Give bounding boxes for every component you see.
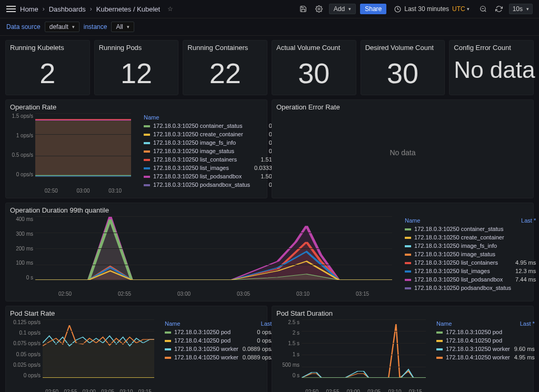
axis-tick: 03:00 [83, 389, 96, 392]
svg-rect-10 [43, 340, 154, 378]
series-color-swatch [436, 340, 443, 342]
panel-title: Operation Rate [10, 103, 263, 111]
axis-tick: 1.5 s [276, 340, 300, 346]
axis-tick: 03:10 [108, 188, 122, 194]
legend-item[interactable]: 172.18.0.3:10250 list_images0.0333 ops/s [142, 164, 290, 172]
legend-col-last[interactable]: Last * [513, 216, 538, 225]
var-label-instance: instance [84, 23, 107, 31]
svg-rect-5 [35, 119, 131, 177]
breadcrumb-dashboards[interactable]: Dashboards [49, 5, 86, 13]
refresh-icon[interactable] [493, 3, 505, 15]
menu-icon[interactable] [6, 5, 16, 13]
legend-item[interactable]: 172.18.0.3:10250 podsandbox_status0 ops/… [142, 180, 290, 189]
legend-item[interactable]: 172.18.0.3:10250 image_fs_info [403, 242, 538, 250]
legend-item[interactable]: 172.18.0.4:10250 worker0.0889 ops/s [163, 353, 278, 361]
chevron-down-icon: ▾ [127, 24, 129, 29]
legend-item[interactable]: 172.18.0.3:10250 container_status [403, 225, 538, 233]
panel-operation-error-rate[interactable]: Operation Error Rate No data [272, 99, 534, 198]
breadcrumb-current[interactable]: Kubernetes / Kubelet [96, 5, 160, 13]
axis-tick: 02:50 [45, 188, 58, 194]
stat-panel[interactable]: Running Pods12 [94, 40, 179, 95]
variable-bar: Data source default▾ instance All▾ [0, 18, 539, 36]
stat-panel[interactable]: Desired Volume Count30 [361, 40, 445, 95]
breadcrumb-home[interactable]: Home [20, 5, 38, 13]
panel-pod-start-duration[interactable]: Pod Start Duration 2.5 s2 s1.5 s1 s500 m… [272, 306, 534, 392]
legend-item[interactable]: 172.18.0.3:10250 pod [434, 328, 537, 336]
series-color-swatch [405, 270, 411, 273]
panel-title: Actual Volume Count [276, 44, 352, 52]
axis-tick: 0.125 ops/s [10, 319, 41, 325]
axis-tick: 03:05 [367, 389, 381, 392]
stat-panel[interactable]: Actual Volume Count30 [272, 40, 356, 95]
stat-panel[interactable]: Running Kubelets2 [5, 40, 90, 95]
add-button[interactable]: Add▾ [329, 4, 356, 14]
star-icon[interactable]: ☆ [167, 5, 173, 13]
panel-title: Running Kubelets [10, 44, 85, 52]
axis-tick: 02:55 [64, 389, 77, 392]
legend-item[interactable]: 172.18.0.4:10250 pod0 ops/s [163, 336, 278, 345]
panel-title: Pod Start Rate [10, 309, 263, 317]
legend-col-last[interactable]: Last * [512, 319, 537, 328]
time-range-picker[interactable]: Last 30 minutes UTC ▾ [391, 3, 473, 15]
share-button[interactable]: Share [360, 4, 386, 14]
legend-col-name[interactable]: Name [434, 319, 512, 328]
legend-item[interactable]: 172.18.0.3:10250 create_container0 ops/s [142, 130, 290, 138]
legend-item[interactable]: 172.18.0.3:10250 image_status0 ops/s [142, 147, 290, 155]
axis-tick: 02:50 [305, 389, 318, 392]
axis-tick: 0 ops/s [10, 373, 41, 378]
series-color-swatch [144, 184, 150, 186]
axis-tick: 0.1 ops/s [10, 330, 41, 336]
series-color-swatch [436, 348, 443, 350]
legend-item[interactable]: 172.18.0.3:10250 list_images12.3 ms [403, 267, 538, 275]
panel-title: Operation Error Rate [276, 103, 529, 111]
series-color-swatch [144, 142, 150, 144]
svg-line-3 [484, 11, 486, 12]
chevron-down-icon: ▾ [526, 6, 529, 12]
series-color-swatch [165, 331, 171, 334]
panel-operation-rate[interactable]: Operation Rate 1.5 ops/s1 ops/s0.5 ops/s… [5, 99, 267, 198]
axis-tick: 2 s [276, 330, 300, 336]
panel-operation-duration[interactable]: Operation Duration 99th quantile 400 ms3… [5, 203, 534, 301]
zoom-out-icon[interactable] [477, 3, 489, 15]
legend-item[interactable]: 172.18.0.3:10250 image_status [403, 250, 538, 258]
legend-item[interactable]: 172.18.0.3:10250 list_containers4.95 ms [403, 258, 538, 267]
legend-col-name[interactable]: Name [142, 113, 252, 122]
legend-item[interactable]: 172.18.0.3:10250 create_container [403, 233, 538, 242]
time-range-label: Last 30 minutes [404, 5, 449, 13]
legend-item[interactable]: 172.18.0.3:10250 image_fs_info0 ops/s [142, 138, 290, 147]
axis-tick: 03:10 [119, 389, 133, 392]
dashboard-grid: Running Kubelets2Running Pods12Running C… [0, 36, 539, 392]
save-icon[interactable] [297, 3, 309, 15]
legend-item[interactable]: 172.18.0.3:10250 worker0.0889 ops/s [163, 345, 278, 353]
panel-pod-start-rate[interactable]: Pod Start Rate 0.125 ops/s0.1 ops/s0.075… [5, 306, 267, 392]
legend-item[interactable]: 172.18.0.3:10250 worker9.60 ms [434, 345, 537, 353]
var-picker-datasource[interactable]: default▾ [45, 22, 79, 32]
legend-item[interactable]: 172.18.0.3:10250 pod0 ops/s [163, 328, 278, 336]
series-color-swatch [405, 254, 411, 256]
legend-item[interactable]: 172.18.0.4:10250 pod [434, 336, 537, 345]
legend-col-name[interactable]: Name [403, 216, 513, 225]
var-picker-instance[interactable]: All▾ [111, 22, 134, 32]
stat-panel[interactable]: Config Error CountNo data [449, 40, 534, 95]
axis-tick: 02:55 [326, 389, 339, 392]
legend-item[interactable]: 172.18.0.3:10250 list_podsandbox7.44 ms [403, 275, 538, 284]
stat-panel[interactable]: Running Containers22 [183, 40, 267, 95]
panel-title: Operation Duration 99th quantile [10, 206, 529, 214]
legend-col-name[interactable]: Name [163, 319, 241, 328]
legend-item[interactable]: 172.18.0.3:10250 container_status0 ops/s [142, 122, 290, 130]
top-nav: Home › Dashboards › Kubernetes / Kubelet… [0, 0, 539, 18]
legend-item[interactable]: 172.18.0.3:10250 list_podsandbox1.50 ops… [142, 172, 290, 180]
legend-item[interactable]: 172.18.0.4:10250 worker4.95 ms [434, 353, 537, 361]
legend-item[interactable]: 172.18.0.3:10250 list_containers1.51 ops… [142, 155, 290, 164]
axis-tick: 1 s [276, 351, 300, 357]
stat-value: No data [454, 54, 529, 84]
legend-item[interactable]: 172.18.0.3:10250 podsandbox_status [403, 284, 538, 292]
axis-tick: 02:50 [58, 291, 72, 297]
gear-icon[interactable] [313, 3, 325, 15]
refresh-interval-picker[interactable]: 10s▾ [509, 4, 533, 14]
axis-tick: 200 ms [10, 246, 33, 252]
axis-tick: 03:05 [101, 389, 114, 392]
axis-tick: 500 ms [276, 362, 300, 368]
series-color-swatch [144, 159, 150, 161]
axis-tick: 0 ops/s [10, 172, 33, 177]
